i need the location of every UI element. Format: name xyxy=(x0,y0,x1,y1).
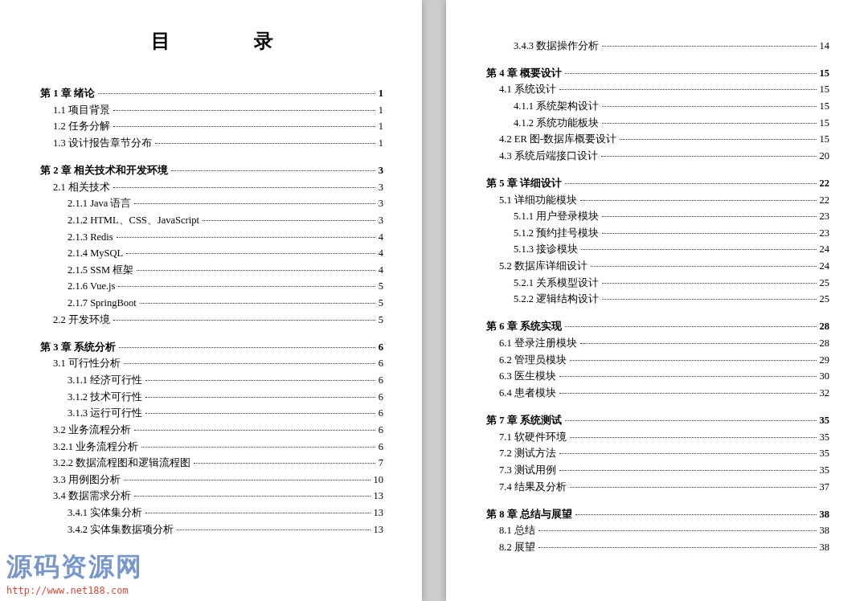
toc-entry-page: 13 xyxy=(374,505,384,520)
toc-entry-label: 6.3 医生模块 xyxy=(499,369,556,383)
toc-entry: 2.1.4 MySQL4 xyxy=(68,246,383,260)
toc-entry-label: 3.4 数据需求分析 xyxy=(53,489,131,503)
toc-entry: 2.1.3 Redis4 xyxy=(68,230,383,244)
toc-entry-label: 2.1.2 HTML、CSS、JavaScript xyxy=(68,213,199,227)
toc-entry: 7.2 测试方法35 xyxy=(499,446,829,460)
toc-entry-label: 第 2 章 相关技术和开发环境 xyxy=(40,163,168,178)
toc-entry-page: 23 xyxy=(820,226,830,240)
toc-entry: 3.4 数据需求分析13 xyxy=(53,489,383,503)
toc-entry-label: 3.3 用例图分析 xyxy=(53,472,121,487)
toc-entry: 第 3 章 系统分析6 xyxy=(40,340,383,354)
toc-leader-dots xyxy=(113,110,375,111)
toc-leader-dots xyxy=(565,183,817,184)
toc-leader-dots xyxy=(145,413,375,414)
toc-leader-dots xyxy=(620,139,816,140)
toc-leader-dots xyxy=(113,126,375,127)
toc-leader-dots xyxy=(538,530,817,531)
toc-leader-dots xyxy=(601,156,817,157)
toc-entry: 第 2 章 相关技术和开发环境3 xyxy=(40,163,383,178)
toc-entry-label: 3.2 业务流程分析 xyxy=(53,423,131,437)
toc-entry-page: 5 xyxy=(379,313,383,327)
toc-leader-dots xyxy=(570,437,817,438)
toc-entry-label: 第 3 章 系统分析 xyxy=(40,340,116,354)
toc-entry-label: 5.2 数据库详细设计 xyxy=(499,259,588,273)
toc-entry: 3.1.2 技术可行性6 xyxy=(68,390,383,404)
toc-entry: 2.1.5 SSM 框架4 xyxy=(68,263,383,277)
toc-entry-label: 3.4.1 实体集分析 xyxy=(68,505,142,520)
toc-entry: 6.2 管理员模块29 xyxy=(499,353,829,367)
toc-entry-page: 6 xyxy=(379,406,383,420)
toc-leader-dots xyxy=(177,529,370,530)
toc-entry-label: 5.1.3 接诊模块 xyxy=(514,242,578,256)
toc-entry: 3.2.2 数据流程图和逻辑流程图7 xyxy=(53,456,383,470)
toc-entry-page: 37 xyxy=(820,480,830,494)
toc-entry-label: 6.2 管理员模块 xyxy=(499,353,567,367)
toc-entry-label: 8.1 总结 xyxy=(499,523,535,538)
toc-entry-page: 13 xyxy=(374,522,384,537)
toc-entry-label: 4.3 系统后端接口设计 xyxy=(499,149,598,163)
toc-entry-page: 4 xyxy=(379,263,383,277)
toc-entry-page: 29 xyxy=(820,353,830,367)
toc-leader-dots xyxy=(559,89,817,90)
toc-entry: 第 4 章 概要设计15 xyxy=(486,66,829,80)
toc-entry: 7.4 结果及分析37 xyxy=(499,480,829,494)
toc-leader-dots xyxy=(575,514,817,515)
toc-entry-label: 5.2.1 关系模型设计 xyxy=(514,276,599,290)
toc-entry-label: 3.1.1 经济可行性 xyxy=(68,373,142,387)
toc-entry-page: 38 xyxy=(820,523,830,538)
toc-entry: 6.1 登录注册模块28 xyxy=(499,336,829,350)
toc-entry-label: 3.2.1 业务流程分析 xyxy=(53,440,138,454)
toc-entry-page: 6 xyxy=(379,440,383,454)
toc-entry-page: 28 xyxy=(820,336,830,350)
toc-entry: 5.1 详细功能模块22 xyxy=(499,193,829,207)
toc-entry-page: 7 xyxy=(379,456,383,470)
toc-entry-page: 24 xyxy=(820,259,830,273)
toc-entry-label: 5.2.2 逻辑结构设计 xyxy=(514,292,599,306)
toc-entry-page: 24 xyxy=(820,242,830,256)
toc-entry-label: 4.1.1 系统架构设计 xyxy=(514,99,599,113)
toc-entry-page: 32 xyxy=(820,386,830,400)
toc-entry-label: 2.1.3 Redis xyxy=(68,230,113,244)
toc-entry-label: 7.3 测试用例 xyxy=(499,463,556,477)
toc-entry-page: 28 xyxy=(820,319,830,333)
toc-entry: 1.2 任务分解1 xyxy=(53,119,383,133)
toc-leader-dots xyxy=(591,266,817,267)
toc-entry-page: 15 xyxy=(820,116,830,130)
page-right: 3.4.3 数据操作分析14第 4 章 概要设计154.1 系统设计154.1.… xyxy=(446,0,868,601)
toc-entry-page: 6 xyxy=(379,340,383,354)
toc-entry-page: 13 xyxy=(374,489,384,503)
toc-entry-page: 10 xyxy=(374,472,384,487)
toc-right-column: 3.4.3 数据操作分析14第 4 章 概要设计154.1 系统设计154.1.… xyxy=(486,39,829,555)
watermark-url: http://www.net188.com xyxy=(6,585,143,596)
toc-entry-label: 第 4 章 概要设计 xyxy=(486,66,562,80)
page-left: 目 录 第 1 章 绪论11.1 项目背景11.2 任务分解11.3 设计报告章… xyxy=(0,0,422,601)
toc-leader-dots xyxy=(565,73,817,74)
toc-entry: 4.1.1 系统架构设计15 xyxy=(514,99,829,113)
toc-entry: 5.1.2 预约挂号模块23 xyxy=(514,226,829,240)
toc-entry: 3.2 业务流程分析6 xyxy=(53,423,383,437)
toc-entry: 5.1.3 接诊模块24 xyxy=(514,242,829,256)
toc-leader-dots xyxy=(171,170,375,171)
toc-entry: 7.3 测试用例35 xyxy=(499,463,829,477)
toc-entry-label: 第 8 章 总结与展望 xyxy=(486,507,572,521)
toc-entry-page: 15 xyxy=(820,66,830,80)
toc-entry-label: 3.1.3 运行可行性 xyxy=(68,406,142,420)
toc-entry-label: 2.1.5 SSM 框架 xyxy=(68,263,133,277)
watermark-text: 源码资源网 xyxy=(6,550,143,585)
toc-entry-page: 1 xyxy=(379,136,383,150)
toc-leader-dots xyxy=(559,453,817,454)
toc-left-column: 第 1 章 绪论11.1 项目背景11.2 任务分解11.3 设计报告章节分布1… xyxy=(40,86,383,537)
toc-entry-label: 3.4.3 数据操作分析 xyxy=(514,39,599,53)
toc-leader-dots xyxy=(98,93,375,94)
toc-leader-dots xyxy=(117,237,375,238)
toc-leader-dots xyxy=(559,470,817,471)
toc-entry-label: 1.2 任务分解 xyxy=(53,119,110,133)
toc-entry-page: 4 xyxy=(379,246,383,260)
toc-entry-label: 2.1 相关技术 xyxy=(53,180,110,194)
toc-entry-page: 3 xyxy=(379,180,383,194)
toc-leader-dots xyxy=(145,380,375,381)
toc-leader-dots xyxy=(137,270,375,271)
toc-entry: 3.4.3 数据操作分析14 xyxy=(514,39,829,53)
toc-leader-dots xyxy=(570,487,817,488)
toc-entry: 3.4.2 实体集数据项分析13 xyxy=(68,522,383,537)
